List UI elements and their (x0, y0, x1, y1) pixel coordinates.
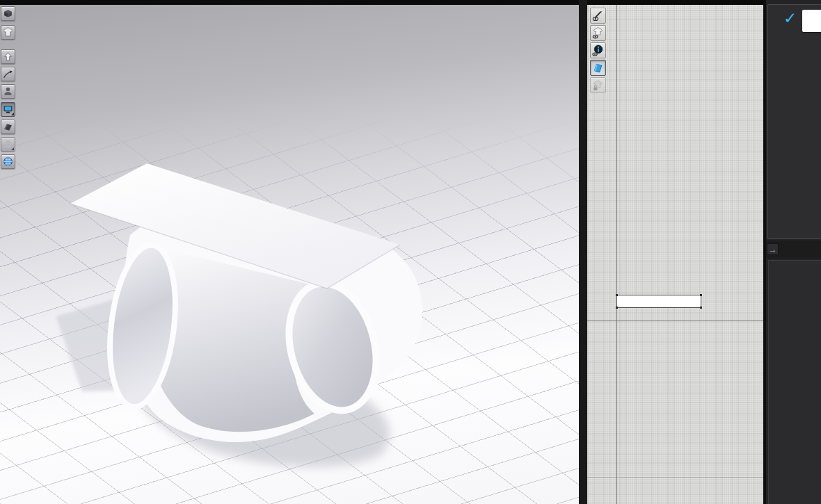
application-window: ✓ → (0, 0, 821, 504)
2d-grid-horizontal-line (587, 477, 763, 478)
object-browser-panel: ✓ → (766, 0, 821, 504)
shirt-icon (3, 27, 13, 38)
pattern-point[interactable] (616, 307, 618, 309)
3d-toolbar (1, 5, 17, 172)
viewport-divider[interactable] (579, 0, 587, 504)
person-icon (3, 86, 13, 97)
info-eye-icon (592, 44, 604, 56)
2d-grid-vertical-axis (616, 5, 617, 504)
fabric-list-item[interactable]: ✓ (768, 5, 821, 38)
pattern-point[interactable] (700, 294, 702, 296)
arrow-up-icon (3, 51, 13, 62)
2d-pattern-window[interactable] (587, 5, 763, 504)
flyout-indicator (11, 113, 14, 115)
pattern-piece[interactable] (616, 295, 701, 308)
cloth-icon (3, 122, 13, 132)
checked-icon[interactable]: ✓ (783, 9, 797, 27)
show-environment-button[interactable] (1, 154, 15, 169)
pattern-point[interactable] (700, 307, 702, 309)
avatar-extra-button[interactable] (1, 137, 15, 152)
2d-grid-horizontal-axis (587, 320, 763, 321)
show-2d-info-button[interactable] (590, 42, 606, 58)
pen-curve-icon (3, 69, 13, 79)
show-2d-seams-button[interactable] (590, 8, 606, 24)
property-section (768, 260, 821, 504)
render-view-button[interactable] (1, 102, 15, 117)
show-garment-button[interactable] (1, 25, 15, 40)
shirt-eye-icon (592, 27, 604, 39)
locked-shirt-icon (592, 79, 604, 91)
3d-viewport[interactable] (0, 5, 579, 504)
collapse-arrow-button[interactable]: → (767, 243, 779, 255)
show-solid-button[interactable] (1, 6, 15, 21)
window-top-edge (0, 0, 766, 5)
globe-icon (3, 156, 13, 167)
pen-eye-icon (592, 10, 604, 22)
panel-section-divider: → (766, 241, 821, 259)
edit-curve-button[interactable] (1, 67, 15, 81)
show-2d-texture-button[interactable] (590, 60, 606, 76)
desk-model[interactable] (0, 5, 579, 504)
move-up-button[interactable] (1, 49, 15, 64)
show-2d-garment-button[interactable] (590, 25, 606, 41)
fabric-swatch[interactable] (802, 10, 821, 32)
fabric-list-section: ✓ (767, 4, 821, 239)
show-cloth-button[interactable] (1, 120, 15, 134)
flyout-indicator (11, 147, 14, 150)
show-avatar-button[interactable] (1, 84, 15, 99)
pattern-point[interactable] (616, 294, 618, 296)
cube-icon (3, 8, 13, 19)
lock-patterns-button[interactable] (590, 77, 606, 93)
fabric-icon (592, 62, 604, 74)
